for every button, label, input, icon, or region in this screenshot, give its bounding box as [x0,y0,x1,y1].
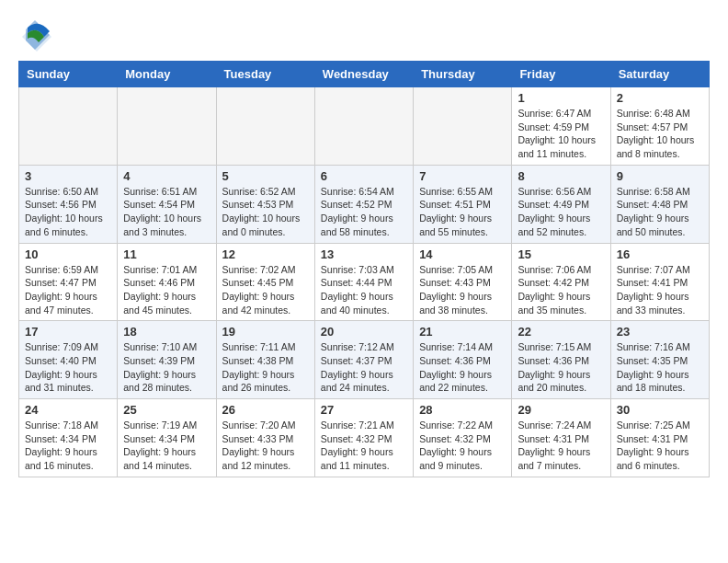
calendar-cell: 22Sunrise: 7:15 AM Sunset: 4:36 PM Dayli… [512,321,610,399]
calendar-cell: 26Sunrise: 7:20 AM Sunset: 4:33 PM Dayli… [216,399,314,477]
calendar-header-sunday: Sunday [19,62,118,87]
calendar-week-row: 1Sunrise: 6:47 AM Sunset: 4:59 PM Daylig… [19,87,710,166]
logo [18,18,55,52]
day-info: Sunrise: 7:22 AM Sunset: 4:32 PM Dayligh… [419,419,506,473]
calendar-header-friday: Friday [512,62,610,87]
day-number: 25 [123,403,210,417]
calendar-cell [216,87,314,166]
calendar-header-thursday: Thursday [414,62,512,87]
day-number: 9 [617,169,703,183]
day-number: 19 [222,325,309,339]
day-number: 14 [419,247,506,261]
calendar-cell: 20Sunrise: 7:12 AM Sunset: 4:37 PM Dayli… [314,321,413,399]
day-info: Sunrise: 6:51 AM Sunset: 4:54 PM Dayligh… [123,185,210,239]
day-number: 21 [419,325,506,339]
day-info: Sunrise: 7:25 AM Sunset: 4:31 PM Dayligh… [617,419,703,473]
day-info: Sunrise: 7:06 AM Sunset: 4:42 PM Dayligh… [518,263,604,317]
day-info: Sunrise: 7:09 AM Sunset: 4:40 PM Dayligh… [25,340,111,395]
page-header [18,18,710,52]
calendar-cell: 16Sunrise: 7:07 AM Sunset: 4:41 PM Dayli… [610,243,709,321]
calendar-cell: 11Sunrise: 7:01 AM Sunset: 4:46 PM Dayli… [118,243,216,321]
day-number: 27 [321,403,407,417]
day-number: 3 [25,169,111,183]
day-number: 20 [321,325,407,339]
logo-icon [18,18,51,52]
day-info: Sunrise: 7:19 AM Sunset: 4:34 PM Dayligh… [123,419,210,473]
calendar-cell: 6Sunrise: 6:54 AM Sunset: 4:52 PM Daylig… [314,165,413,243]
calendar-cell: 8Sunrise: 6:56 AM Sunset: 4:49 PM Daylig… [512,165,610,243]
day-info: Sunrise: 7:01 AM Sunset: 4:46 PM Dayligh… [123,263,210,317]
calendar-cell [19,87,118,166]
calendar-cell: 10Sunrise: 6:59 AM Sunset: 4:47 PM Dayli… [19,243,118,321]
calendar-week-row: 3Sunrise: 6:50 AM Sunset: 4:56 PM Daylig… [19,165,710,243]
calendar-cell [118,87,216,166]
calendar-cell: 27Sunrise: 7:21 AM Sunset: 4:32 PM Dayli… [314,399,413,477]
day-info: Sunrise: 6:59 AM Sunset: 4:47 PM Dayligh… [25,263,111,317]
day-number: 12 [222,247,309,261]
day-number: 22 [518,325,604,339]
day-number: 28 [419,403,506,417]
day-info: Sunrise: 7:15 AM Sunset: 4:36 PM Dayligh… [518,340,604,395]
day-info: Sunrise: 7:02 AM Sunset: 4:45 PM Dayligh… [222,263,309,317]
day-info: Sunrise: 6:52 AM Sunset: 4:53 PM Dayligh… [222,185,309,239]
day-info: Sunrise: 6:47 AM Sunset: 4:59 PM Dayligh… [518,107,604,161]
calendar-cell: 17Sunrise: 7:09 AM Sunset: 4:40 PM Dayli… [19,321,118,399]
day-number: 7 [419,169,506,183]
day-info: Sunrise: 6:58 AM Sunset: 4:48 PM Dayligh… [617,185,703,239]
calendar-header-saturday: Saturday [610,62,709,87]
calendar-cell: 3Sunrise: 6:50 AM Sunset: 4:56 PM Daylig… [19,165,118,243]
calendar-cell: 2Sunrise: 6:48 AM Sunset: 4:57 PM Daylig… [610,87,709,166]
day-number: 8 [518,169,604,183]
day-number: 15 [518,247,604,261]
calendar-header-tuesday: Tuesday [216,62,314,87]
day-number: 29 [518,403,604,417]
calendar-cell: 7Sunrise: 6:55 AM Sunset: 4:51 PM Daylig… [414,165,512,243]
day-info: Sunrise: 6:55 AM Sunset: 4:51 PM Dayligh… [419,185,506,239]
day-info: Sunrise: 7:10 AM Sunset: 4:39 PM Dayligh… [123,340,210,395]
calendar-cell: 15Sunrise: 7:06 AM Sunset: 4:42 PM Dayli… [512,243,610,321]
day-number: 2 [617,91,703,105]
day-info: Sunrise: 7:14 AM Sunset: 4:36 PM Dayligh… [419,340,506,395]
calendar-cell: 1Sunrise: 6:47 AM Sunset: 4:59 PM Daylig… [512,87,610,166]
day-info: Sunrise: 7:11 AM Sunset: 4:38 PM Dayligh… [222,340,309,395]
day-number: 30 [617,403,703,417]
calendar-cell: 12Sunrise: 7:02 AM Sunset: 4:45 PM Dayli… [216,243,314,321]
day-info: Sunrise: 7:21 AM Sunset: 4:32 PM Dayligh… [321,419,407,473]
calendar-cell: 4Sunrise: 6:51 AM Sunset: 4:54 PM Daylig… [118,165,216,243]
day-info: Sunrise: 7:07 AM Sunset: 4:41 PM Dayligh… [617,263,703,317]
day-info: Sunrise: 7:18 AM Sunset: 4:34 PM Dayligh… [25,419,111,473]
day-info: Sunrise: 6:54 AM Sunset: 4:52 PM Dayligh… [321,185,407,239]
calendar-cell: 24Sunrise: 7:18 AM Sunset: 4:34 PM Dayli… [19,399,118,477]
calendar-week-row: 10Sunrise: 6:59 AM Sunset: 4:47 PM Dayli… [19,243,710,321]
calendar-cell: 19Sunrise: 7:11 AM Sunset: 4:38 PM Dayli… [216,321,314,399]
calendar-week-row: 24Sunrise: 7:18 AM Sunset: 4:34 PM Dayli… [19,399,710,477]
calendar-cell: 25Sunrise: 7:19 AM Sunset: 4:34 PM Dayli… [118,399,216,477]
calendar-table: SundayMondayTuesdayWednesdayThursdayFrid… [18,61,710,477]
calendar-cell: 30Sunrise: 7:25 AM Sunset: 4:31 PM Dayli… [610,399,709,477]
day-number: 6 [321,169,407,183]
day-number: 17 [25,325,111,339]
calendar-cell: 29Sunrise: 7:24 AM Sunset: 4:31 PM Dayli… [512,399,610,477]
day-number: 1 [518,91,604,105]
day-number: 16 [617,247,703,261]
calendar-header-row: SundayMondayTuesdayWednesdayThursdayFrid… [19,62,710,87]
calendar-cell: 21Sunrise: 7:14 AM Sunset: 4:36 PM Dayli… [414,321,512,399]
day-info: Sunrise: 6:48 AM Sunset: 4:57 PM Dayligh… [617,107,703,161]
day-number: 18 [123,325,210,339]
day-info: Sunrise: 6:56 AM Sunset: 4:49 PM Dayligh… [518,185,604,239]
day-info: Sunrise: 6:50 AM Sunset: 4:56 PM Dayligh… [25,185,111,239]
calendar-cell: 9Sunrise: 6:58 AM Sunset: 4:48 PM Daylig… [610,165,709,243]
calendar-cell: 14Sunrise: 7:05 AM Sunset: 4:43 PM Dayli… [414,243,512,321]
calendar-cell: 28Sunrise: 7:22 AM Sunset: 4:32 PM Dayli… [414,399,512,477]
day-info: Sunrise: 7:20 AM Sunset: 4:33 PM Dayligh… [222,419,309,473]
day-number: 10 [25,247,111,261]
day-number: 5 [222,169,309,183]
day-info: Sunrise: 7:16 AM Sunset: 4:35 PM Dayligh… [617,340,703,395]
calendar-cell: 23Sunrise: 7:16 AM Sunset: 4:35 PM Dayli… [610,321,709,399]
day-number: 26 [222,403,309,417]
day-info: Sunrise: 7:03 AM Sunset: 4:44 PM Dayligh… [321,263,407,317]
day-number: 4 [123,169,210,183]
day-number: 11 [123,247,210,261]
calendar-cell: 18Sunrise: 7:10 AM Sunset: 4:39 PM Dayli… [118,321,216,399]
calendar-cell [314,87,413,166]
